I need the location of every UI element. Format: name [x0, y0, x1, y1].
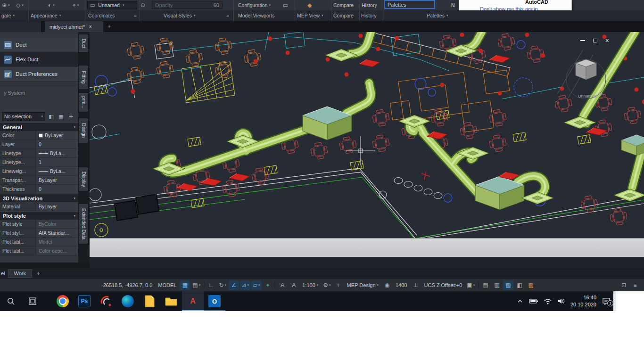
- palette-tab-duct[interactable]: Duct: [79, 34, 89, 53]
- speaker-icon[interactable]: [557, 298, 565, 304]
- panel-coordinates[interactable]: Coordinates: [88, 13, 115, 18]
- clean-screen-toggle-icon[interactable]: ▧: [503, 280, 513, 290]
- viewport-config-button[interactable]: ▭: [283, 0, 288, 10]
- new-layout-button[interactable]: +: [35, 270, 42, 277]
- viewcube-ucs-label[interactable]: Unnamed: [578, 94, 596, 99]
- work-layout-tab[interactable]: Work: [8, 269, 32, 278]
- section-3d-visualization[interactable]: 3D Visualization▾: [0, 194, 78, 202]
- taskbar-outlook-button[interactable]: O: [204, 291, 225, 311]
- palette-tab-design[interactable]: Design: [79, 118, 89, 143]
- drawing-tab-active[interactable]: midyeci ahmet* ×: [45, 21, 103, 32]
- ucs-offset-display[interactable]: UCS Z Offset:+0: [422, 282, 465, 288]
- navigate-icon-button[interactable]: ⊕▾: [2, 0, 10, 10]
- mep-view-button[interactable]: ◆▪: [307, 0, 312, 10]
- polar-tracking-icon[interactable]: ∠: [229, 280, 239, 290]
- tool-duct-preferences[interactable]: Duct Preferences: [0, 67, 78, 82]
- taskbar-document-button[interactable]: [139, 291, 160, 311]
- close-icon[interactable]: ×: [605, 38, 609, 43]
- quick-select-icon[interactable]: ✛: [67, 113, 75, 121]
- show-desktop-button[interactable]: [613, 291, 616, 311]
- workspace-dropdown[interactable]: MEP Design▾: [345, 282, 381, 288]
- ucs-button[interactable]: ⌖▾: [73, 0, 79, 10]
- model-tab-partial[interactable]: el: [1, 271, 5, 276]
- panel-palettes[interactable]: Palettes▾: [427, 13, 448, 18]
- tool-duct[interactable]: Duct: [0, 38, 78, 52]
- palettes-highlighted-button[interactable]: Palettes: [384, 0, 435, 9]
- taskbar-photoshop-button[interactable]: Ps: [74, 291, 95, 311]
- taskbar-chrome-button[interactable]: [52, 291, 74, 311]
- palette-tab-equipment[interactable]: prm...: [79, 92, 89, 112]
- panel-compare[interactable]: Compare: [333, 13, 354, 18]
- taskbar-autocad-button[interactable]: A: [182, 291, 204, 311]
- panel-appearance[interactable]: Appearance▾: [31, 13, 61, 18]
- coordinates-expander-icon[interactable]: »: [134, 13, 137, 18]
- isolate-objects-icon[interactable]: ▤: [480, 280, 491, 290]
- battery-icon[interactable]: [529, 298, 538, 304]
- model-space-button[interactable]: MODEL: [156, 282, 179, 288]
- graphics-performance-icon[interactable]: ▥: [492, 280, 502, 290]
- appearance-button[interactable]: ◐▾: [48, 0, 55, 10]
- panel-history[interactable]: History: [361, 13, 377, 18]
- toggle-pickadd-icon[interactable]: ◧: [47, 113, 55, 121]
- add-scales-icon[interactable]: +: [333, 280, 344, 290]
- panel-visual-styles[interactable]: Visual Styles▾: [164, 13, 195, 18]
- tray-expand-icon[interactable]: [517, 298, 523, 304]
- orbit-icon-button[interactable]: ◇▾: [16, 0, 24, 10]
- object-snap-tracking-icon[interactable]: ⊿▾: [240, 280, 250, 290]
- grid-icon[interactable]: ▦: [180, 280, 190, 290]
- lineweight-sample: [39, 171, 48, 172]
- view-name-combo[interactable]: ▭Unnamed▾: [87, 1, 137, 9]
- wifi-icon[interactable]: [544, 298, 552, 304]
- panel-navigate[interactable]: gate▾: [1, 13, 15, 18]
- history-button[interactable]: History: [362, 0, 377, 10]
- select-objects-icon[interactable]: ▦: [57, 113, 65, 121]
- annotation-scale-dropdown[interactable]: 1:100▾: [300, 282, 321, 288]
- drawing-viewport[interactable]: Unnamed ×: [90, 32, 644, 268]
- customization-menu-icon[interactable]: ≡: [630, 280, 640, 290]
- tool-flex-duct[interactable]: Flex Duct: [0, 52, 78, 67]
- viewport-lock-icon[interactable]: ▣▾: [465, 280, 476, 290]
- panel-model-viewports[interactable]: Model Viewports: [238, 13, 274, 18]
- opacity-slider[interactable]: Opacity60: [152, 1, 223, 9]
- minimize-icon[interactable]: [580, 40, 585, 41]
- taskbar-edge-button[interactable]: [117, 291, 139, 311]
- section-general[interactable]: General▾: [0, 123, 78, 131]
- new-tab-button[interactable]: +: [107, 23, 111, 30]
- taskbar-solidworks-button[interactable]: [95, 291, 117, 311]
- palette-tab-display[interactable]: Display: [79, 167, 89, 191]
- taskbar-explorer-button[interactable]: [160, 291, 182, 311]
- pan-icon: ⊕: [2, 2, 7, 8]
- taskbar-search-button[interactable]: [0, 291, 22, 311]
- palette-tab-extended-data[interactable]: Extended Data: [79, 204, 89, 244]
- configuration-dropdown[interactable]: Configuration▾: [238, 0, 271, 10]
- snap-icon[interactable]: ▤▾: [191, 280, 202, 290]
- restore-icon[interactable]: [593, 39, 597, 42]
- action-center-button[interactable]: 1: [602, 297, 611, 305]
- settings-gear-icon[interactable]: ⚙▾: [322, 280, 332, 290]
- ucs-offset-icon[interactable]: ⊥: [411, 280, 421, 290]
- quick-properties-icon[interactable]: ▨: [526, 280, 536, 290]
- palette-tab-fitting[interactable]: Fitting: [79, 65, 89, 90]
- selection-dropdown[interactable]: No selection▾: [2, 112, 45, 121]
- units-icon[interactable]: ◧: [514, 280, 525, 290]
- drawing-tab-partial[interactable]: [0, 21, 41, 32]
- dynamic-input-icon[interactable]: ⌖: [263, 280, 273, 290]
- cad-drawing[interactable]: Unnamed: [90, 32, 644, 238]
- section-plot-style[interactable]: Plot style▾: [0, 211, 78, 220]
- elevation-value[interactable]: 1400: [393, 282, 409, 288]
- task-view-button[interactable]: [22, 291, 43, 311]
- isodraft-icon[interactable]: ↻▾: [217, 280, 228, 290]
- opacity-eye-button[interactable]: ⊙: [140, 0, 145, 10]
- annotation-visibility-icon[interactable]: A: [277, 280, 288, 290]
- clean-screen-icon[interactable]: ⊡: [619, 280, 629, 290]
- annotation-autoscale-icon[interactable]: A: [289, 280, 299, 290]
- ortho-icon[interactable]: ∟: [206, 280, 216, 290]
- duct-icon: [4, 41, 12, 49]
- taskbar-clock[interactable]: 16:40 20.10.2020: [570, 294, 596, 308]
- object-snap-icon[interactable]: ▱▾: [251, 280, 262, 290]
- elevation-globe-icon[interactable]: ◉: [382, 280, 392, 290]
- compare-button[interactable]: Compare: [333, 0, 354, 10]
- visual-styles-expander-icon[interactable]: »: [226, 13, 229, 18]
- tab-close-icon[interactable]: ×: [89, 24, 92, 30]
- panel-mep-view[interactable]: MEP View▾: [297, 13, 323, 18]
